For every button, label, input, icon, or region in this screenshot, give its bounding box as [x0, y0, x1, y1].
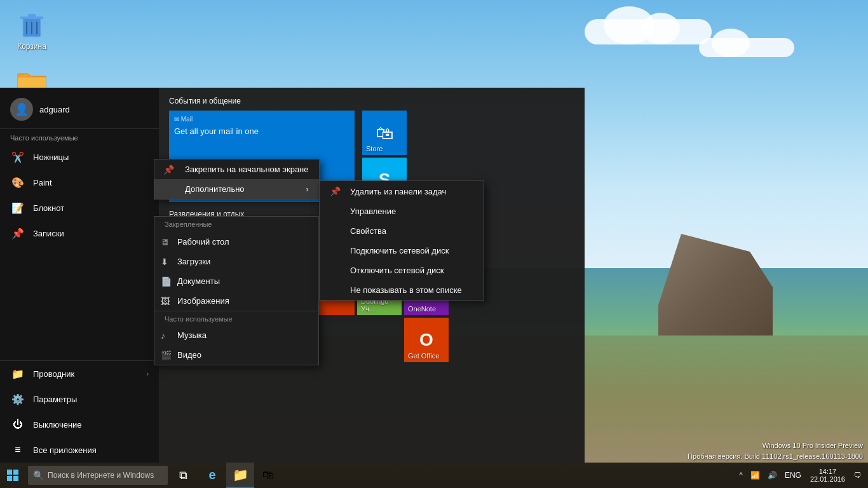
mail-tile-header: ✉ Mail: [174, 116, 349, 123]
tray-lang-indicator[interactable]: ENG: [781, 463, 805, 488]
sub-manage[interactable]: Управление: [320, 201, 484, 221]
task-view-button[interactable]: ⧉: [170, 463, 196, 488]
menu-item-paint[interactable]: 🎨 Paint: [0, 170, 159, 195]
tray-network-icon[interactable]: 📶: [747, 463, 764, 488]
all-apps-icon: ≡: [10, 442, 25, 458]
places-video[interactable]: 🎬 Видео: [154, 345, 318, 365]
menu-item-explorer[interactable]: 📁 Проводник ›: [0, 361, 159, 386]
menu-item-settings[interactable]: ⚙️ Параметры: [0, 386, 159, 412]
pin-start-icon: 📌: [163, 165, 174, 175]
unpin-taskbar-label: Удалить из панели задач: [350, 187, 446, 196]
main-context-menu: 📌 Закрепить на начальном экране Дополнит…: [154, 159, 320, 200]
start-user-section[interactable]: 👤 adguard: [0, 88, 159, 129]
recycle-bin-graphic: [17, 9, 47, 39]
video-label: Видео: [177, 350, 201, 360]
properties-label: Свойства: [350, 226, 386, 236]
sub-properties[interactable]: Свойства: [320, 221, 484, 241]
more-arrow-icon: ›: [306, 185, 309, 194]
avatar: 👤: [10, 98, 33, 121]
sysinfo-line1: Windows 10 Pro Insider Preview: [688, 440, 863, 451]
taskbar-pinned-apps: e 📁 🛍: [198, 463, 282, 488]
store-tile-label: Store: [366, 145, 383, 152]
username: adguard: [39, 105, 70, 114]
explorer-icon: 📁: [10, 366, 25, 381]
taskbar-edge[interactable]: e: [198, 463, 226, 488]
disconnect-drive-label: Отключить сетевой диск: [350, 266, 444, 275]
tray-clock[interactable]: 14:17 22.01.2016: [805, 468, 850, 483]
places-downloads[interactable]: ⬇ Загрузки: [154, 252, 318, 271]
cloud-2: [699, 38, 794, 57]
documents-label: Документы: [177, 276, 220, 286]
clock-date: 22.01.2016: [810, 475, 845, 483]
sub-unpin-taskbar[interactable]: 📌 Удалить из панели задач: [320, 181, 484, 201]
system-info: Windows 10 Pro Insider Preview Пробная в…: [688, 440, 863, 461]
places-pinned-title: Закрепленные: [154, 217, 318, 232]
pictures-icon-places: 🖼: [161, 296, 170, 306]
notification-center-button[interactable]: 🗨: [850, 463, 865, 488]
explorer-label: Проводник: [33, 369, 74, 379]
tile-get-office[interactable]: O Get Office: [404, 318, 449, 362]
tile-store[interactable]: 🛍 Store: [362, 111, 407, 155]
onenote-label: OneNote: [408, 305, 436, 313]
sysinfo-line2: Пробная версия. Build 11102.rs1_release.…: [688, 451, 863, 462]
clock-time: 14:17: [819, 468, 837, 475]
start-bottom-section: 📁 Проводник › ⚙️ Параметры ⏻ Выключение …: [0, 360, 159, 463]
music-icon-places: ♪: [161, 330, 165, 341]
sub-dont-show[interactable]: Не показывать в этом списке: [320, 280, 484, 300]
places-music[interactable]: ♪ Музыка: [154, 325, 318, 345]
search-placeholder: Поиск в Интернете и Windows: [48, 471, 154, 480]
paint-icon: 🎨: [10, 175, 25, 190]
sub-map-drive[interactable]: Подключить сетевой диск: [320, 241, 484, 261]
windows-logo-icon: [7, 470, 18, 481]
unpin-taskbar-icon: 📌: [330, 186, 345, 196]
frequent-section-title: Часто используемые: [0, 129, 159, 144]
places-pictures[interactable]: 🖼 Изображения: [154, 291, 318, 311]
notification-icon: 🗨: [854, 471, 862, 480]
context-pin-start[interactable]: 📌 Закрепить на начальном экране: [154, 159, 319, 179]
tray-volume-button[interactable]: 🔊: [764, 463, 781, 488]
settings-label: Параметры: [33, 395, 77, 404]
start-menu-left-panel: 👤 adguard Часто используемые ✂️ Ножницы …: [0, 88, 159, 463]
menu-item-scissors[interactable]: ✂️ Ножницы: [0, 144, 159, 170]
scissors-icon: ✂️: [10, 149, 25, 165]
all-apps-label: Все приложения: [33, 445, 97, 455]
video-icon-places: 🎬: [161, 350, 172, 360]
menu-item-power[interactable]: ⏻ Выключение: [0, 412, 159, 437]
dont-show-label: Не показывать в этом списке: [350, 285, 462, 295]
pin-start-label: Закрепить на начальном экране: [185, 165, 309, 174]
places-submenu: Закрепленные 🖥 Рабочий стол ⬇ Загрузки 📄…: [154, 216, 319, 365]
search-box[interactable]: 🔍 Поиск в Интернете и Windows: [28, 466, 168, 485]
sub-disconnect-drive[interactable]: Отключить сетевой диск: [320, 261, 484, 280]
sticky-icon: 📌: [10, 226, 25, 241]
places-documents[interactable]: 📄 Документы: [154, 271, 318, 291]
more-label: Дополнительно: [185, 184, 245, 194]
volume-icon: 🔊: [768, 471, 777, 480]
task-view-icon: ⧉: [179, 469, 187, 482]
menu-item-all-apps[interactable]: ≡ Все приложения: [0, 437, 159, 463]
search-icon: 🔍: [33, 470, 44, 480]
context-more[interactable]: Дополнительно ›: [154, 179, 319, 199]
places-frequent-title: Часто используемые: [154, 311, 318, 325]
edge-icon: e: [208, 468, 215, 482]
sticky-label: Записки: [33, 229, 64, 238]
manage-label: Управление: [350, 207, 396, 216]
system-tray: ^ 📶 🔊 ENG 14:17 22.01.2016 🗨: [735, 463, 868, 488]
power-icon: ⏻: [10, 417, 25, 432]
menu-item-sticky[interactable]: 📌 Записки: [0, 220, 159, 246]
tray-expand-button[interactable]: ^: [735, 463, 747, 488]
lang-label: ENG: [785, 471, 801, 480]
get-office-label: Get Office: [408, 352, 439, 360]
recycle-bin-icon[interactable]: Корзина: [6, 6, 57, 53]
notepad-label: Блокнот: [33, 203, 64, 213]
menu-item-notepad[interactable]: 📝 Блокнот: [0, 195, 159, 220]
cloud-1: [585, 19, 712, 44]
scissors-label: Ножницы: [33, 152, 69, 162]
places-desktop[interactable]: 🖥 Рабочий стол: [154, 232, 318, 252]
recycle-bin-label: Корзина: [9, 42, 55, 51]
start-button[interactable]: [0, 463, 25, 488]
taskbar-explorer[interactable]: 📁: [226, 463, 254, 488]
svg-rect-2: [28, 14, 36, 17]
store-taskbar-icon: 🛍: [262, 468, 274, 482]
desktop-icon-places: 🖥: [161, 237, 170, 247]
taskbar-store[interactable]: 🛍: [254, 463, 282, 488]
